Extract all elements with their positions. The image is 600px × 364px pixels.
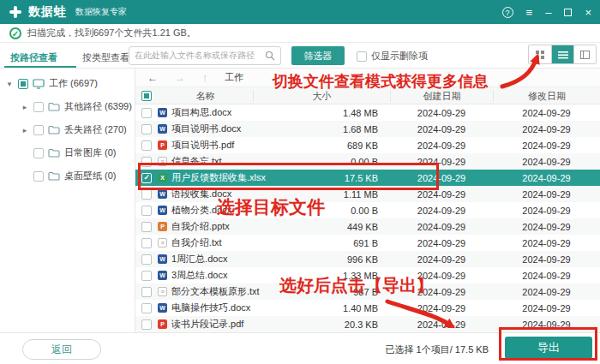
row-checkbox[interactable] xyxy=(141,124,152,134)
row-checkbox[interactable] xyxy=(141,271,152,281)
table-row[interactable]: P自我介绍.pptx449 KB2024-09-292024-09-29 xyxy=(135,218,600,235)
docx-file-icon: W xyxy=(158,206,167,215)
row-checkbox[interactable] xyxy=(141,140,152,151)
file-created-date: 2024-09-29 xyxy=(390,189,493,200)
row-checkbox[interactable] xyxy=(141,173,152,183)
export-button[interactable]: 导出 xyxy=(505,337,592,359)
grid-view-icon[interactable] xyxy=(529,45,551,63)
file-size: 1.40 MB xyxy=(253,303,390,313)
file-name: 植物分类.docx xyxy=(171,204,231,217)
row-checkbox[interactable] xyxy=(141,303,152,313)
tree-item[interactable]: 桌面壁纸 (0) xyxy=(0,164,135,188)
header-size[interactable]: 大小 xyxy=(253,90,390,102)
table-row[interactable]: W电脑操作技巧.docx1.40 MB2024-09-292024-09-29 xyxy=(135,300,600,316)
deleted-only-checkbox[interactable]: 仅显示删除项 xyxy=(357,50,428,63)
sidebar-tree: ▾工作 (6697)▸其他路径 (6399)▸丢失路径 (270)日常图库 (0… xyxy=(0,72,135,188)
table-row[interactable]: P读书片段记录.pdf20.3 KB2024-09-292024-09-29 xyxy=(135,316,600,332)
file-size: 0.00 B xyxy=(253,157,390,167)
file-created-date: 2024-09-29 xyxy=(390,238,493,248)
file-created-date: 2024-09-29 xyxy=(390,271,493,281)
table-row[interactable]: W项目说明书.docx1.68 MB2024-09-292024-09-29 xyxy=(135,121,600,137)
file-name: 项目说明书.docx xyxy=(171,122,241,135)
table-row[interactable]: W1周汇总.docx996 KB2024-09-292024-09-29 xyxy=(135,251,600,267)
search-input[interactable]: 在此处输入文件名称或保存路径 xyxy=(129,46,281,65)
chevron-down-icon[interactable]: ▾ xyxy=(5,80,14,88)
file-size: 1.48 MB xyxy=(253,108,390,118)
docx-file-icon: W xyxy=(158,271,167,280)
maximize-icon[interactable] xyxy=(564,9,572,16)
select-all-checkbox[interactable] xyxy=(141,91,152,101)
table-row[interactable]: ≡信息备忘.txt0.00 B2024-09-292024-09-29 xyxy=(135,153,600,170)
table-row[interactable]: P项目说明书.pdf689 KB2024-09-292024-09-29 xyxy=(135,137,600,153)
file-created-date: 2024-09-29 xyxy=(390,124,493,134)
row-checkbox[interactable] xyxy=(141,238,152,248)
table-row[interactable]: W项目构思.docx1.48 MB2024-09-292024-09-29 xyxy=(135,104,600,121)
row-checkbox[interactable] xyxy=(141,157,152,167)
table-row[interactable]: W3周总结.docx1.33 MB2024-09-292024-09-29 xyxy=(135,267,600,283)
file-created-date: 2024-09-29 xyxy=(390,206,493,216)
tree-item[interactable]: 日常图库 (0) xyxy=(0,141,135,164)
help-icon[interactable]: ? xyxy=(502,7,513,18)
file-list: W项目构思.docx1.48 MB2024-09-292024-09-29W项目… xyxy=(135,104,600,332)
table-row[interactable]: W语段收集.docx1.11 MB2024-09-292024-09-29 xyxy=(135,186,600,202)
folder-icon xyxy=(48,125,60,134)
minimize-icon[interactable]: – xyxy=(545,7,551,18)
header-name[interactable]: 名称 xyxy=(158,90,253,102)
row-checkbox[interactable] xyxy=(141,287,152,297)
tree-item-checkbox[interactable] xyxy=(33,171,44,182)
file-modified-date: 2024-09-29 xyxy=(493,206,600,216)
folder-icon xyxy=(48,171,60,181)
tree-item[interactable]: ▸丢失路径 (270) xyxy=(0,118,135,141)
tree-item-label: 日常图库 (0) xyxy=(64,146,117,159)
pdf-file-icon: P xyxy=(158,319,167,329)
chevron-right-icon[interactable]: ▸ xyxy=(21,126,29,134)
file-name: 项目构思.docx xyxy=(171,106,231,119)
file-size: 20.3 KB xyxy=(253,319,390,330)
table-row[interactable]: ≡部分文本模板原形.txt987 B2024-09-292024-09-29 xyxy=(135,283,600,300)
header-modified[interactable]: 修改日期 xyxy=(493,90,600,102)
tree-item-checkbox[interactable] xyxy=(33,148,44,158)
file-created-date: 2024-09-29 xyxy=(390,287,493,297)
tree-item-label: 丢失路径 (270) xyxy=(64,123,127,136)
row-checkbox[interactable] xyxy=(141,108,152,118)
file-name: 自我介绍.txt xyxy=(171,236,222,249)
nav-forward-icon[interactable]: → xyxy=(175,72,185,84)
deleted-only-checkbox-box[interactable] xyxy=(357,51,367,62)
file-modified-date: 2024-09-29 xyxy=(493,157,600,167)
tree-item[interactable]: ▸其他路径 (6399) xyxy=(0,95,135,118)
row-checkbox[interactable] xyxy=(141,189,152,200)
file-modified-date: 2024-09-29 xyxy=(493,271,600,281)
tree-item-label: 其他路径 (6399) xyxy=(64,100,132,113)
row-checkbox[interactable] xyxy=(141,319,152,330)
table-row[interactable]: X用户反馈数据收集.xlsx17.5 KB2024-09-292024-09-2… xyxy=(135,170,600,186)
pdf-file-icon: P xyxy=(158,140,167,150)
back-button[interactable]: 返回 xyxy=(22,339,101,360)
file-modified-date: 2024-09-29 xyxy=(493,319,600,330)
view-mode-toggle-group xyxy=(528,45,597,64)
menu-icon[interactable]: ≡ xyxy=(526,7,533,18)
close-icon[interactable]: × xyxy=(585,7,591,18)
file-size: 17.5 KB xyxy=(253,173,390,183)
nav-back-icon[interactable]: ← xyxy=(147,72,158,84)
table-row[interactable]: W植物分类.docx0.00 B2024-09-292024-09-29 xyxy=(135,202,600,218)
tab-view-by-path[interactable]: 按路径查看 xyxy=(10,51,57,64)
detail-view-icon[interactable] xyxy=(573,45,596,63)
header-created[interactable]: 创建日期 xyxy=(390,90,493,102)
chevron-right-icon[interactable]: ▸ xyxy=(21,103,29,111)
file-name: 项目说明书.pdf xyxy=(171,139,234,152)
filter-button[interactable]: 筛选器 xyxy=(291,46,345,65)
row-checkbox[interactable] xyxy=(141,206,152,216)
tree-item-checkbox[interactable] xyxy=(33,102,44,112)
table-row[interactable]: ≡自我介绍.txt691 B2024-09-292024-09-29 xyxy=(135,235,600,251)
row-checkbox[interactable] xyxy=(141,254,152,265)
tree-item[interactable]: ▾工作 (6697) xyxy=(0,72,135,95)
tree-item-checkbox[interactable] xyxy=(33,125,44,135)
app-logo-icon xyxy=(9,5,22,19)
tab-view-by-type[interactable]: 按类型查看 xyxy=(82,51,129,64)
nav-up-icon[interactable]: ↑ xyxy=(202,72,207,84)
list-view-icon[interactable] xyxy=(551,45,573,63)
file-created-date: 2024-09-29 xyxy=(390,319,493,330)
row-checkbox[interactable] xyxy=(141,222,152,232)
tree-item-checkbox[interactable] xyxy=(18,79,28,89)
xlsx-file-icon: X xyxy=(158,173,167,182)
